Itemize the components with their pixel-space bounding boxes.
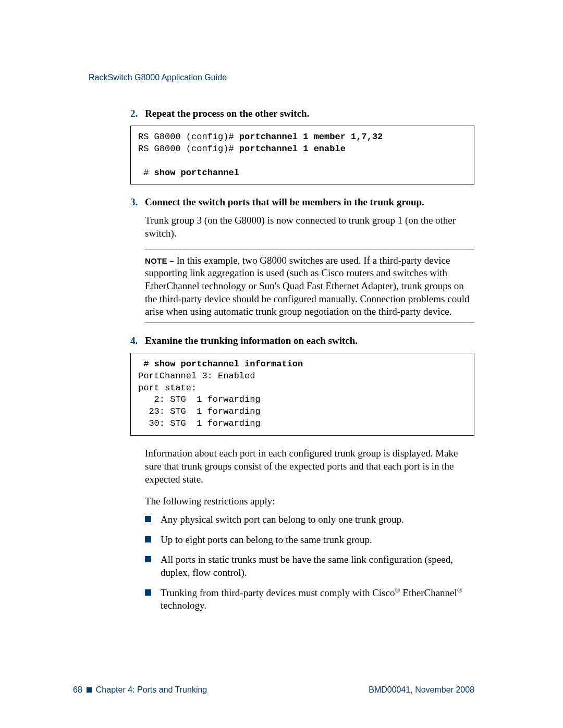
step-3-body: Trunk group 3 (on the G8000) is now conn… bbox=[145, 214, 474, 240]
footer-right: BMD00041, November 2008 bbox=[369, 685, 474, 695]
list-item: Up to eight ports can belong to the same… bbox=[145, 534, 474, 547]
step-4-body-2: The following restrictions apply: bbox=[145, 495, 474, 508]
registered-mark: ® bbox=[395, 586, 400, 594]
square-bullet-icon bbox=[145, 589, 151, 596]
running-header: RackSwitch G8000 Application Guide bbox=[89, 73, 474, 82]
step-number: 3. bbox=[130, 196, 145, 209]
list-item: All ports in static trunks must be have … bbox=[145, 553, 474, 579]
step-3-heading: 3. Connect the switch ports that will be… bbox=[130, 196, 474, 209]
code-text: RS G8000 (config)# bbox=[138, 132, 239, 142]
code-bold: portchannel 1 member 1,7,32 bbox=[239, 132, 383, 142]
step-title: Connect the switch ports that will be me… bbox=[145, 196, 424, 209]
square-bullet-icon bbox=[145, 536, 151, 542]
step-title: Repeat the process on the other switch. bbox=[145, 107, 309, 120]
bullet-text: Up to eight ports can belong to the same… bbox=[161, 534, 474, 547]
page: RackSwitch G8000 Application Guide 2. Re… bbox=[0, 0, 563, 728]
note-label: NOTE – bbox=[145, 256, 176, 265]
list-item: Any physical switch port can belong to o… bbox=[145, 513, 474, 526]
footer-left: 68 Chapter 4: Ports and Trunking bbox=[73, 685, 207, 695]
chapter-title: Chapter 4: Ports and Trunking bbox=[96, 685, 207, 695]
bullet-text: Any physical switch port can belong to o… bbox=[161, 513, 474, 526]
code-text: # bbox=[138, 359, 154, 369]
code-block-step4: # show portchannel information PortChann… bbox=[130, 353, 474, 436]
square-bullet-icon bbox=[145, 516, 151, 522]
square-bullet-icon bbox=[145, 556, 151, 562]
note-block: NOTE – In this example, two G8000 switch… bbox=[145, 250, 474, 323]
code-text: # bbox=[138, 168, 154, 178]
code-bold: show portchannel bbox=[154, 168, 239, 178]
step-4-heading: 4. Examine the trunking information on e… bbox=[130, 335, 474, 348]
step-title: Examine the trunking information on each… bbox=[145, 335, 358, 348]
list-item: Trunking from third-party devices must c… bbox=[145, 587, 474, 612]
page-footer: 68 Chapter 4: Ports and Trunking BMD0004… bbox=[73, 685, 474, 695]
step-2-heading: 2. Repeat the process on the other switc… bbox=[130, 107, 474, 120]
code-text: PortChannel 3: Enabled port state: 2: ST… bbox=[138, 371, 261, 429]
page-number: 68 bbox=[73, 685, 82, 695]
bullet-text-part: EtherChannel bbox=[400, 587, 457, 598]
step-2: 2. Repeat the process on the other switc… bbox=[130, 107, 474, 184]
note-body: In this example, two G8000 switches are … bbox=[145, 255, 469, 317]
step-4: 4. Examine the trunking information on e… bbox=[130, 335, 474, 612]
content-area: 2. Repeat the process on the other switc… bbox=[130, 107, 474, 612]
square-bullet-icon bbox=[87, 687, 92, 693]
bullet-text: All ports in static trunks must be have … bbox=[161, 553, 474, 579]
code-bold: portchannel 1 enable bbox=[239, 144, 346, 154]
step-number: 4. bbox=[130, 335, 145, 348]
bullet-list: Any physical switch port can belong to o… bbox=[145, 513, 474, 612]
code-bold: show portchannel information bbox=[154, 359, 303, 369]
code-block-step2: RS G8000 (config)# portchannel 1 member … bbox=[130, 126, 474, 185]
step-number: 2. bbox=[130, 107, 145, 120]
code-text: RS G8000 (config)# bbox=[138, 144, 239, 154]
step-4-body-1: Information about each port in each conf… bbox=[145, 447, 474, 486]
bullet-text-part: Trunking from third-party devices must c… bbox=[161, 587, 395, 598]
bullet-text-part: technology. bbox=[161, 600, 206, 611]
step-3: 3. Connect the switch ports that will be… bbox=[130, 196, 474, 323]
registered-mark: ® bbox=[457, 586, 462, 594]
bullet-text: Trunking from third-party devices must c… bbox=[161, 587, 474, 612]
